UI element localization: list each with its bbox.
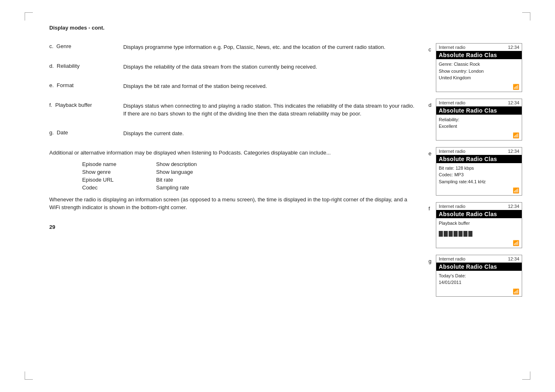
screen-time-d: 12:34 (508, 100, 519, 105)
screen-line: Sampling rate:44.1 kHz (439, 178, 519, 185)
buffer-bar (468, 231, 472, 237)
podcast-col2: Show language (156, 169, 222, 175)
screen-time-e: 12:34 (508, 149, 519, 154)
wifi-icon: 📶 (513, 288, 519, 295)
screen-line: 14/01/2011 (439, 279, 519, 286)
screen-content-c: Genre: Classic RockShow country: LondonU… (436, 59, 522, 83)
podcasts-table: Episode name Show description Show genre… (82, 161, 222, 191)
screen-type-f: Internet radio (439, 204, 465, 209)
left-column: c. Genre Displays programme type informa… (49, 43, 415, 303)
screen-time-g: 12:34 (508, 256, 519, 261)
screen-wrapper-g: g Internet radio 12:34 Absolute Radio Cl… (436, 255, 522, 297)
entry-label-f: f. Playback buffer (49, 102, 115, 118)
screen-footer-e: 📶 (436, 187, 522, 195)
screen-letter-f: f (428, 205, 430, 212)
screen-letter-d: d (428, 102, 431, 108)
screen-line: Show country: London (439, 68, 519, 75)
screens-container: c Internet radio 12:34 Absolute Radio Cl… (428, 43, 522, 297)
screen-letter-g: g (428, 258, 431, 264)
buffer-bar (463, 231, 467, 237)
screen-line: Bit rate: 128 kbps (439, 165, 519, 172)
wifi-icon: 📶 (513, 240, 519, 246)
screen-footer-g: 📶 (436, 288, 522, 296)
podcasts-section: Additional or alternative information ma… (49, 149, 415, 212)
screen-station-e: Absolute Radio Clas (436, 155, 522, 163)
screen-header-c: Internet radio 12:34 (436, 44, 522, 51)
buffer-bar (449, 231, 453, 237)
entry-d: d. Reliability Displays the reliability … (49, 63, 415, 71)
screen-line: Genre: Classic Rock (439, 61, 519, 68)
podcasts-note: Whenever the radio is displaying an info… (49, 196, 415, 212)
screen-content-d: Reliability:Excellent (436, 115, 522, 131)
screen-wrapper-f: f Internet radio 12:34 Absolute Radio Cl… (436, 202, 522, 248)
entry-g: g. Date Displays the current date. (49, 129, 415, 138)
screen-station-d: Absolute Radio Clas (436, 106, 522, 115)
screen-station-g: Absolute Radio Clas (436, 263, 522, 271)
podcast-col1: Show genre (82, 169, 148, 175)
device-screen-d: Internet radio 12:34 Absolute Radio Clas… (436, 99, 522, 141)
content-area: c. Genre Displays programme type informa… (49, 43, 522, 303)
screen-wrapper-d: d Internet radio 12:34 Absolute Radio Cl… (436, 99, 522, 141)
screen-letter-c: c (428, 46, 431, 53)
buffer-bar (444, 231, 448, 237)
screen-header-e: Internet radio 12:34 (436, 148, 522, 155)
podcast-col1: Episode name (82, 161, 148, 167)
podcast-col2: Sampling rate (156, 184, 222, 191)
buffer-bars-f (439, 231, 519, 237)
screen-header-f: Internet radio 12:34 (436, 203, 522, 210)
podcasts-table-row: Show genre Show language (82, 169, 222, 175)
buffer-bar (458, 231, 463, 237)
screen-footer-d: 📶 (436, 131, 522, 140)
wifi-icon: 📶 (513, 187, 519, 194)
screen-wrapper-c: c Internet radio 12:34 Absolute Radio Cl… (436, 43, 522, 92)
screen-type-g: Internet radio (439, 256, 465, 261)
buffer-bar (439, 231, 443, 237)
podcast-col1: Codec (82, 184, 148, 191)
entry-label-g: g. Date (49, 129, 115, 138)
entry-desc-f: Displays status when connecting to and p… (123, 102, 415, 118)
screen-content-f: Playback buffer (436, 218, 522, 228)
screen-footer-f: 📶 (436, 239, 522, 248)
screen-time-c: 12:34 (508, 45, 519, 50)
entry-e: e. Format Displays the bit rate and form… (49, 82, 415, 90)
page-container: Display modes - cont. c. Genre Displays … (0, 0, 555, 392)
podcasts-intro: Additional or alternative information ma… (49, 149, 415, 157)
page-title: Display modes - cont. (49, 25, 522, 31)
corner-mark-br (522, 371, 530, 380)
entry-desc-g: Displays the current date. (123, 129, 415, 138)
screen-content-e: Bit rate: 128 kbpsCodec: MP3Sampling rat… (436, 163, 522, 187)
corner-mark-tr (522, 12, 530, 21)
buffer-bar (454, 231, 458, 237)
corner-mark-tl (25, 12, 33, 21)
corner-mark-bl (25, 371, 33, 380)
screen-line: Excellent (439, 123, 519, 130)
wifi-icon: 📶 (513, 84, 519, 90)
screen-line: United Kingdom (439, 74, 519, 81)
entry-c: c. Genre Displays programme type informa… (49, 43, 415, 51)
screen-type-d: Internet radio (439, 100, 465, 105)
page-number: 29 (49, 224, 415, 230)
screen-line: Codec: MP3 (439, 171, 519, 178)
podcast-col2: Show description (156, 161, 222, 167)
podcast-col2: Bit rate (156, 177, 222, 183)
podcasts-table-row: Codec Sampling rate (82, 184, 222, 191)
screen-letter-e: e (428, 150, 431, 157)
podcasts-table-row: Episode URL Bit rate (82, 177, 222, 183)
device-screen-e: Internet radio 12:34 Absolute Radio Clas… (436, 147, 522, 196)
screen-header-g: Internet radio 12:34 (436, 255, 522, 263)
entry-desc-d: Displays the reliability of the data str… (123, 63, 415, 71)
right-column: c Internet radio 12:34 Absolute Radio Cl… (428, 43, 522, 303)
screen-line: Today's Date: (439, 272, 519, 279)
podcasts-table-row: Episode name Show description (82, 161, 222, 167)
entries-container: c. Genre Displays programme type informa… (49, 43, 415, 137)
screen-type-c: Internet radio (439, 45, 465, 50)
podcast-col1: Episode URL (82, 177, 148, 183)
entry-label-d: d. Reliability (49, 63, 115, 71)
device-screen-f: Internet radio 12:34 Absolute Radio Clas… (436, 202, 522, 248)
entry-desc-c: Displays programme type information e.g.… (123, 43, 415, 51)
screen-line: Reliability: (439, 116, 519, 123)
screen-time-f: 12:34 (508, 204, 519, 209)
device-screen-g: Internet radio 12:34 Absolute Radio Clas… (436, 255, 522, 297)
entry-label-e: e. Format (49, 82, 115, 90)
wifi-icon: 📶 (513, 132, 519, 138)
